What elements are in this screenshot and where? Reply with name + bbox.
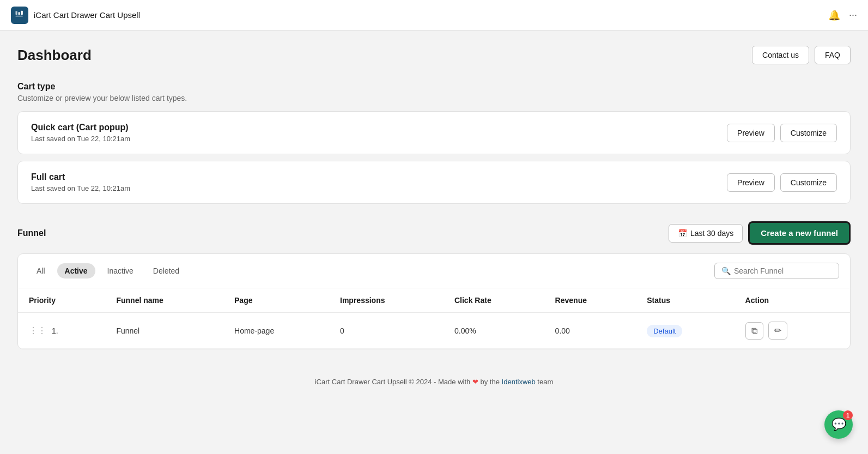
col-page: Page [223, 288, 329, 313]
quick-cart-customize-button[interactable]: Customize [780, 124, 837, 142]
tab-all[interactable]: All [29, 263, 53, 279]
full-cart-card: Full cart Last saved on Tue 22, 10:21am … [17, 161, 851, 204]
footer: iCart Cart Drawer Cart Upsell © 2024 - M… [17, 367, 851, 397]
funnel-tabs-bar: All Active Inactive Deleted 🔍 [18, 254, 850, 288]
quick-cart-saved: Last saved on Tue 22, 10:21am [31, 135, 130, 143]
chat-badge: 1 [843, 410, 853, 420]
create-funnel-button[interactable]: Create a new funnel [748, 221, 851, 245]
contact-us-button[interactable]: Contact us [752, 46, 809, 64]
svg-rect-2 [21, 10, 23, 15]
svg-rect-0 [16, 11, 17, 15]
full-cart-actions: Preview Customize [727, 173, 837, 192]
svg-rect-3 [16, 15, 23, 16]
funnel-table-header-row: Priority Funnel name Page Impressions Cl… [18, 288, 850, 313]
funnel-header: Funnel 📅 Last 30 days Create a new funne… [17, 221, 851, 245]
funnel-table: Priority Funnel name Page Impressions Cl… [18, 288, 850, 349]
col-click-rate: Click Rate [444, 288, 544, 313]
tab-inactive[interactable]: Inactive [100, 263, 141, 279]
cart-type-subtitle: Customize or preview your below listed c… [17, 94, 851, 102]
full-cart-preview-button[interactable]: Preview [727, 173, 775, 192]
funnel-header-right: 📅 Last 30 days Create a new funnel [669, 221, 851, 245]
header-buttons: Contact us FAQ [752, 46, 851, 64]
faq-button[interactable]: FAQ [815, 46, 851, 64]
cell-revenue: 0.00 [544, 313, 636, 349]
more-icon[interactable]: ··· [849, 9, 857, 21]
app-title: iCart Cart Drawer Cart Upsell [34, 10, 140, 20]
footer-text: iCart Cart Drawer Cart Upsell © 2024 - M… [315, 378, 471, 386]
quick-cart-info: Quick cart (Cart popup) Last saved on Tu… [31, 123, 130, 143]
page-title: Dashboard [17, 47, 92, 64]
drag-handle-icon[interactable]: ⋮⋮ [29, 326, 46, 335]
bell-icon[interactable]: 🔔 [828, 9, 840, 21]
calendar-icon: 📅 [678, 229, 687, 238]
cell-funnel-name: Funnel [105, 313, 223, 349]
funnel-tabs-left: All Active Inactive Deleted [29, 263, 187, 279]
quick-cart-name: Quick cart (Cart popup) [31, 123, 130, 132]
funnel-table-body: ⋮⋮ 1. Funnel Home-page 0 0.00% 0.00 Defa… [18, 313, 850, 349]
cart-type-title: Cart type [17, 82, 851, 92]
cell-status: Default [636, 313, 734, 349]
col-status: Status [636, 288, 734, 313]
duplicate-button[interactable]: ⧉ [745, 322, 763, 340]
col-revenue: Revenue [544, 288, 636, 313]
topbar-right: 🔔 ··· [828, 9, 857, 21]
footer-team: team [537, 378, 553, 386]
cell-page: Home-page [223, 313, 329, 349]
search-box: 🔍 [714, 263, 839, 279]
date-range-button[interactable]: 📅 Last 30 days [669, 224, 743, 243]
tab-active[interactable]: Active [57, 263, 95, 279]
cell-priority: ⋮⋮ 1. [18, 313, 105, 349]
svg-rect-1 [19, 12, 20, 15]
chat-icon: 💬 [831, 417, 846, 432]
search-input[interactable] [734, 267, 832, 275]
full-cart-saved: Last saved on Tue 22, 10:21am [31, 184, 130, 192]
chat-button[interactable]: 💬 1 [824, 410, 853, 439]
tab-deleted[interactable]: Deleted [145, 263, 187, 279]
cart-type-section: Cart type Customize or preview your belo… [17, 82, 851, 204]
full-cart-name: Full cart [31, 172, 130, 182]
date-range-label: Last 30 days [690, 229, 733, 238]
quick-cart-preview-button[interactable]: Preview [727, 124, 775, 142]
main-content: Dashboard Contact us FAQ Cart type Custo… [0, 31, 868, 412]
full-cart-customize-button[interactable]: Customize [780, 173, 837, 192]
col-priority: Priority [18, 288, 105, 313]
status-badge: Default [647, 325, 682, 337]
footer-by: by the [481, 378, 500, 386]
funnel-section: Funnel 📅 Last 30 days Create a new funne… [17, 221, 851, 349]
app-icon [11, 7, 28, 24]
quick-cart-card: Quick cart (Cart popup) Last saved on Tu… [17, 111, 851, 154]
edit-button[interactable]: ✏ [768, 322, 787, 340]
footer-link[interactable]: Identixweb [502, 378, 536, 386]
col-action: Action [735, 288, 850, 313]
topbar-left: iCart Cart Drawer Cart Upsell [11, 7, 828, 24]
table-row: ⋮⋮ 1. Funnel Home-page 0 0.00% 0.00 Defa… [18, 313, 850, 349]
funnel-section-title: Funnel [17, 228, 46, 238]
cell-action: ⧉ ✏ [735, 313, 850, 349]
quick-cart-actions: Preview Customize [727, 124, 837, 142]
footer-heart: ❤ [472, 378, 478, 386]
funnel-table-head: Priority Funnel name Page Impressions Cl… [18, 288, 850, 313]
funnel-table-card: All Active Inactive Deleted 🔍 Priority F… [17, 253, 851, 349]
search-icon: 🔍 [721, 267, 731, 275]
page-header: Dashboard Contact us FAQ [17, 46, 851, 64]
topbar: iCart Cart Drawer Cart Upsell 🔔 ··· [0, 0, 868, 31]
full-cart-info: Full cart Last saved on Tue 22, 10:21am [31, 172, 130, 192]
cell-click-rate: 0.00% [444, 313, 544, 349]
col-funnel-name: Funnel name [105, 288, 223, 313]
cell-impressions: 0 [329, 313, 444, 349]
col-impressions: Impressions [329, 288, 444, 313]
